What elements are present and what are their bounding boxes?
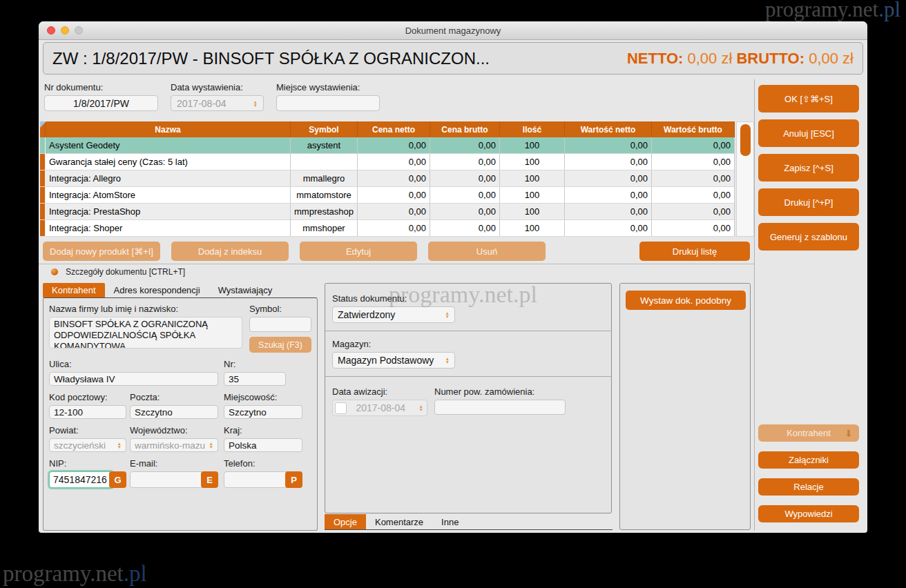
edit-button[interactable]: Edytuj bbox=[300, 242, 417, 261]
table-cell[interactable]: 0,00 bbox=[565, 204, 652, 220]
table-cell[interactable]: 0,00 bbox=[358, 170, 430, 187]
poczta-input[interactable]: Szczytno bbox=[130, 405, 218, 419]
print-button[interactable]: Drukuj [^+P] bbox=[758, 188, 859, 216]
add-new-product-button[interactable]: Dodaj nowy produkt [⌘+I] bbox=[43, 242, 160, 261]
table-cell[interactable]: Integracja: Allegro bbox=[46, 170, 291, 187]
table-cell[interactable]: 0,00 bbox=[430, 154, 500, 170]
table-cell[interactable]: 0,00 bbox=[565, 187, 652, 204]
sort-indicator-header[interactable] bbox=[40, 121, 46, 137]
nr-input[interactable]: 35 bbox=[224, 372, 286, 386]
zalaczniki-button[interactable]: Załączniki bbox=[758, 451, 859, 469]
numer-zamowienia-input[interactable] bbox=[434, 400, 566, 415]
table-cell[interactable]: 0,00 bbox=[652, 137, 735, 154]
miejsce-wystawienia-input[interactable] bbox=[276, 95, 380, 111]
tab-opcje[interactable]: Opcje bbox=[325, 514, 366, 529]
table-row[interactable]: Integracja: Allegrommallegro0,000,001000… bbox=[40, 170, 735, 187]
table-row[interactable]: Integracja: Shopermmshoper0,000,001000,0… bbox=[40, 220, 735, 237]
table-cell[interactable]: mmallegro bbox=[291, 170, 358, 187]
stepper-icon[interactable]: ▲▼ bbox=[205, 442, 213, 449]
table-scrollbar[interactable] bbox=[736, 121, 754, 237]
awizacja-checkbox[interactable] bbox=[335, 402, 347, 414]
table-cell[interactable]: 0,00 bbox=[652, 187, 735, 204]
column-header[interactable]: Wartość brutto bbox=[652, 121, 735, 137]
table-cell[interactable]: 0,00 bbox=[430, 187, 500, 204]
column-header[interactable]: Nazwa bbox=[46, 121, 291, 137]
table-cell[interactable]: 100 bbox=[500, 170, 565, 187]
table-cell[interactable]: Asystent Geodety bbox=[46, 137, 291, 154]
minimize-button[interactable] bbox=[61, 26, 69, 35]
column-header[interactable]: Cena brutto bbox=[430, 121, 500, 137]
powiat-select[interactable]: szczycieński ▲▼ bbox=[49, 438, 126, 452]
disclosure-icon[interactable] bbox=[51, 268, 58, 275]
table-cell[interactable]: 0,00 bbox=[358, 187, 430, 204]
table-cell[interactable]: 0,00 bbox=[652, 220, 735, 237]
table-cell[interactable]: Integracja: PrestaShop bbox=[46, 204, 291, 220]
table-cell[interactable]: 0,00 bbox=[652, 170, 735, 187]
table-cell[interactable]: 100 bbox=[500, 204, 565, 220]
table-cell[interactable]: mmatomstore bbox=[291, 187, 358, 204]
column-header[interactable]: Ilość bbox=[500, 121, 565, 137]
column-header[interactable]: Cena netto bbox=[358, 121, 430, 137]
table-row[interactable]: Integracja: PrestaShopmmprestashop0,000,… bbox=[40, 204, 735, 220]
kod-pocztowy-input[interactable]: 12-100 bbox=[49, 405, 126, 419]
add-from-index-button[interactable]: Dodaj z indeksu bbox=[171, 242, 289, 261]
table-cell[interactable]: 100 bbox=[500, 220, 565, 237]
tab-wystawiajacy[interactable]: Wystawiający bbox=[209, 283, 282, 297]
table-cell[interactable]: 0,00 bbox=[430, 220, 500, 237]
table-cell[interactable]: Integracja: Shoper bbox=[46, 220, 291, 237]
table-cell[interactable]: 100 bbox=[500, 187, 565, 204]
table-cell[interactable]: Gwarancja stałej ceny (Czas: 5 lat) bbox=[46, 154, 291, 170]
table-cell[interactable]: 0,00 bbox=[430, 204, 500, 220]
email-action-button[interactable]: E bbox=[201, 471, 218, 488]
table-cell[interactable]: 0,00 bbox=[358, 220, 430, 237]
titlebar[interactable]: Dokument magazynowy bbox=[39, 21, 867, 40]
table-cell[interactable]: 100 bbox=[500, 137, 565, 154]
table-cell[interactable]: 0,00 bbox=[652, 154, 735, 170]
table-cell[interactable]: 0,00 bbox=[652, 204, 735, 220]
table-cell[interactable]: mmprestashop bbox=[291, 204, 358, 220]
symbol-input[interactable] bbox=[249, 317, 311, 332]
table-cell[interactable]: 0,00 bbox=[358, 204, 430, 220]
table-row[interactable]: Asystent Geodetyasystent0,000,001000,000… bbox=[40, 137, 735, 154]
status-select[interactable]: Zatwierdzony ▲▼ bbox=[332, 306, 455, 323]
table-cell[interactable]: Integracja: AtomStore bbox=[46, 187, 291, 204]
column-header[interactable]: Wartość netto bbox=[565, 121, 652, 137]
column-header[interactable]: Symbol bbox=[291, 121, 358, 137]
telefon-input[interactable] bbox=[224, 471, 289, 488]
tab-komentarze[interactable]: Komentarze bbox=[366, 514, 432, 529]
scrollbar-thumb[interactable] bbox=[740, 124, 751, 156]
data-wystawienia-stepper[interactable]: 2017-08-04 ▲▼ bbox=[171, 95, 264, 111]
generate-from-template-button[interactable]: Generuj z szablonu bbox=[758, 223, 859, 251]
table-cell[interactable]: asystent bbox=[291, 137, 358, 154]
kraj-input[interactable]: Polska bbox=[224, 438, 302, 452]
table-cell[interactable]: 0,00 bbox=[565, 154, 652, 170]
table-cell[interactable]: mmshoper bbox=[291, 220, 358, 237]
close-button[interactable] bbox=[47, 26, 55, 35]
magazyn-select[interactable]: Magazyn Podstawowy ▲▼ bbox=[332, 352, 455, 369]
table-row[interactable]: Gwarancja stałej ceny (Czas: 5 lat)0,000… bbox=[40, 154, 735, 170]
wystaw-podobny-button[interactable]: Wystaw dok. podobny bbox=[626, 291, 746, 310]
table-cell[interactable]: 100 bbox=[500, 154, 565, 170]
nr-dokumentu-input[interactable]: 1/8/2017/PW bbox=[44, 95, 158, 111]
table-cell[interactable]: 0,00 bbox=[565, 170, 652, 187]
table-cell[interactable]: 0,00 bbox=[565, 137, 652, 154]
table-cell[interactable] bbox=[291, 154, 358, 170]
save-button[interactable]: Zapisz [^+S] bbox=[758, 154, 859, 182]
tab-inne[interactable]: Inne bbox=[432, 514, 468, 529]
details-toggle[interactable]: Szczegóły dokumentu [CTRL+T] bbox=[39, 264, 754, 280]
cancel-button[interactable]: Anuluj [ESC] bbox=[758, 119, 859, 147]
tab-kontrahent[interactable]: Kontrahent bbox=[43, 283, 105, 297]
table-cell[interactable]: 0,00 bbox=[430, 137, 500, 154]
email-input[interactable] bbox=[130, 471, 205, 488]
kontrahent-button[interactable]: Kontrahent ⬇ bbox=[758, 424, 859, 442]
table-cell[interactable]: 0,00 bbox=[565, 220, 652, 237]
stepper-icon[interactable]: ▲▼ bbox=[415, 404, 423, 411]
wojewodztwo-select[interactable]: warmińsko-mazu ▲▼ bbox=[130, 438, 218, 452]
table-cell[interactable]: 0,00 bbox=[358, 137, 430, 154]
relacje-button[interactable]: Relacje bbox=[758, 478, 859, 496]
miejscowosc-input[interactable]: Szczytno bbox=[224, 405, 302, 419]
table-row[interactable]: Integracja: AtomStoremmatomstore0,000,00… bbox=[40, 187, 735, 204]
ok-button[interactable]: OK [⇧⌘+S] bbox=[758, 85, 859, 112]
nip-input[interactable]: 7451847216 bbox=[49, 471, 113, 488]
ulica-input[interactable]: Władysława IV bbox=[49, 372, 218, 386]
